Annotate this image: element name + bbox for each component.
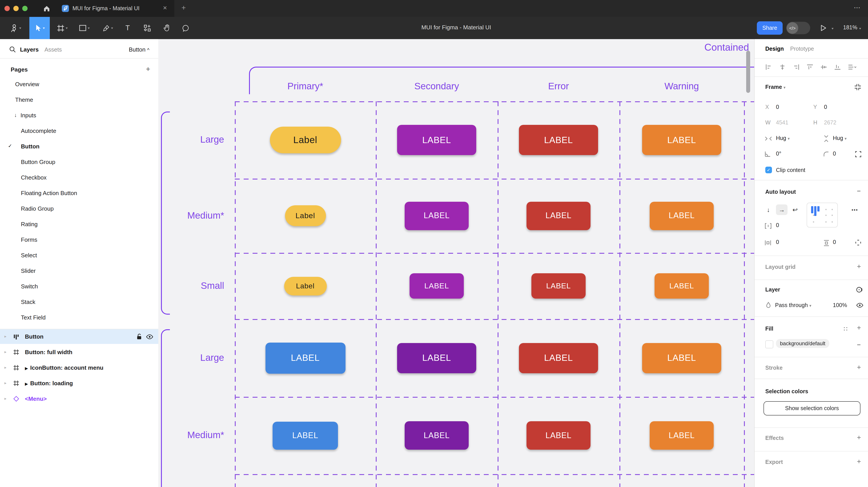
button-component-orange-large[interactable]: LABEL [642, 343, 721, 373]
blend-mode-dropdown[interactable]: Pass through ▾ [775, 302, 811, 309]
fill-color-swatch[interactable] [765, 340, 773, 348]
chevron-down-icon[interactable]: ▾ [43, 26, 45, 30]
rotation-value[interactable]: 0° [776, 151, 781, 157]
sidebar-page-item[interactable]: Theme [0, 96, 158, 105]
tab-design[interactable]: Design [765, 46, 784, 52]
disclosure-triangle-icon[interactable]: ▸ [4, 365, 6, 370]
button-component-red-large[interactable]: LABEL [519, 343, 598, 373]
independent-padding-icon[interactable] [855, 239, 861, 246]
text-tool-button[interactable]: T [120, 17, 135, 39]
canvas-vertical-scrollbar[interactable] [746, 51, 750, 93]
button-component-purpleDark-medium[interactable]: LABEL [405, 421, 469, 450]
align-bottom-icon[interactable] [834, 64, 841, 70]
disclosure-triangle-icon[interactable]: ▸ [4, 334, 6, 338]
shape-tool-button[interactable]: ▾ [75, 17, 94, 39]
height-value[interactable]: 2672 [824, 120, 836, 126]
hand-tool-button[interactable] [158, 17, 175, 39]
auto-layout-wrap-icon[interactable]: ↩ [789, 204, 801, 215]
align-top-icon[interactable] [807, 64, 813, 70]
layer-name[interactable]: Button [25, 333, 43, 340]
corner-radius-value[interactable]: 0 [833, 151, 836, 157]
disclosure-triangle-icon[interactable]: ▸ [4, 350, 6, 354]
move-tool-button[interactable]: ▾ [29, 17, 50, 39]
independent-corners-icon[interactable] [855, 151, 861, 157]
lock-open-icon[interactable] [136, 333, 142, 341]
align-vertical-center-icon[interactable] [820, 64, 827, 70]
zoom-level-dropdown[interactable]: 181% [843, 25, 857, 31]
auto-layout-vertical-icon[interactable]: ↓ [763, 204, 774, 215]
fill-style-chip[interactable]: background/default [776, 339, 829, 348]
button-component-purpleDark-large[interactable]: LABEL [397, 343, 476, 373]
disclosure-triangle-icon[interactable]: ▸ [4, 381, 6, 385]
button-component-red-medium[interactable]: LABEL [526, 201, 591, 230]
sidebar-page-item[interactable]: Rating [0, 221, 158, 230]
layer-row[interactable]: ▸Button [0, 329, 158, 344]
button-component-purple-medium[interactable]: LABEL [405, 201, 469, 230]
collapse-frame-icon[interactable] [854, 84, 861, 91]
remove-fill-icon[interactable]: − [857, 341, 861, 348]
chevron-down-icon[interactable]: ▾ [859, 27, 861, 30]
resources-tool-button[interactable] [139, 17, 156, 39]
layer-name[interactable]: <Menu> [25, 395, 47, 402]
button-component-red-large[interactable]: LABEL [519, 125, 598, 155]
button-component-red-small[interactable]: LABEL [531, 273, 586, 299]
opacity-value[interactable]: 100% [833, 302, 847, 309]
vertical-padding-value[interactable]: 0 [833, 239, 836, 245]
chevron-down-icon[interactable]: ▾ [832, 27, 834, 30]
traffic-close-button[interactable] [4, 6, 10, 11]
button-component-blue-medium[interactable]: LABEL [273, 421, 338, 450]
distribute-menu-icon[interactable] [848, 64, 857, 70]
chevron-down-icon[interactable]: ▾ [66, 26, 68, 30]
tab-prototype[interactable]: Prototype [790, 46, 814, 52]
figma-main-menu[interactable]: ▾ [6, 17, 26, 39]
button-component-orange-small[interactable]: LABEL [655, 273, 709, 299]
present-button[interactable] [816, 17, 830, 39]
sidebar-page-item[interactable]: Select [0, 252, 158, 261]
horizontal-resizing-dropdown[interactable]: Hug ▾ [776, 135, 790, 141]
tab-close-icon[interactable]: ✕ [163, 5, 167, 11]
sidebar-page-item[interactable]: Button Group [0, 159, 158, 167]
sidebar-page-item[interactable]: Slider [0, 267, 158, 277]
add-effect-icon[interactable]: + [857, 434, 861, 442]
align-left-icon[interactable] [765, 64, 772, 70]
button-component-purple-large[interactable]: LABEL [397, 125, 476, 155]
sidebar-page-item[interactable]: ↓Inputs [0, 112, 158, 121]
new-tab-icon[interactable]: + [181, 4, 186, 12]
search-icon[interactable] [9, 46, 16, 55]
align-horizontal-center-icon[interactable] [779, 64, 786, 70]
frame-section-header[interactable]: Frame ▾ [765, 84, 785, 90]
home-icon[interactable] [43, 4, 51, 14]
dev-mode-toggle[interactable]: </> [786, 22, 810, 34]
share-button[interactable]: Share [757, 21, 783, 35]
tab-layers[interactable]: Layers [20, 46, 39, 53]
horizontal-padding-value[interactable]: 0 [776, 239, 779, 245]
file-tab-title[interactable]: MUI for Figma - Material UI [72, 5, 140, 11]
visibility-eye-icon[interactable] [856, 302, 864, 309]
remove-auto-layout-icon[interactable]: − [857, 187, 861, 195]
sidebar-page-item[interactable]: ✓Button [0, 143, 158, 152]
layer-row[interactable]: ▸▶IconButton: account menu [0, 360, 158, 375]
layer-row[interactable]: ▸Button: full width [0, 345, 158, 359]
sidebar-page-item[interactable]: Radio Group [0, 205, 158, 214]
button-component-amber-large[interactable]: Label [270, 127, 341, 153]
chevron-down-icon[interactable]: ▾ [111, 26, 113, 30]
tab-assets[interactable]: Assets [44, 46, 62, 53]
layer-row[interactable]: ▸▶Button: loading [0, 376, 158, 391]
button-component-red-medium[interactable]: LABEL [526, 421, 591, 450]
sidebar-page-item[interactable]: Switch [0, 283, 158, 292]
button-component-orange-large[interactable]: LABEL [642, 125, 721, 155]
button-component-orange-medium[interactable]: LABEL [650, 201, 714, 230]
frame-title[interactable]: Contained [704, 42, 749, 53]
layer-row[interactable]: ▸<Menu> [0, 391, 158, 406]
button-component-amber-small[interactable]: Label [284, 277, 327, 295]
sidebar-page-item[interactable]: Stack [0, 299, 158, 307]
pen-tool-button[interactable]: ▾ [98, 17, 117, 39]
add-export-icon[interactable]: + [857, 458, 861, 466]
sidebar-page-item[interactable]: Checkbox [0, 174, 158, 183]
x-position-value[interactable]: 0 [776, 104, 779, 110]
sidebar-page-item[interactable]: Text Field [0, 314, 158, 323]
add-fill-icon[interactable]: + [857, 324, 861, 332]
button-component-orange-medium[interactable]: LABEL [650, 421, 714, 450]
eye-icon[interactable] [146, 334, 153, 341]
add-stroke-icon[interactable]: + [857, 363, 861, 371]
